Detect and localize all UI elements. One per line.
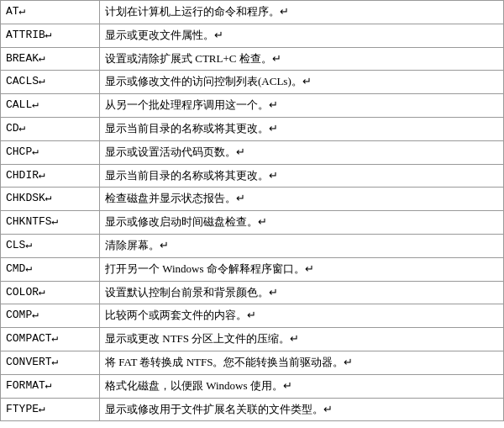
table-row: CHCP↵显示或设置活动代码页数。↵ (1, 140, 504, 164)
table-row: CALL↵从另一个批处理程序调用这一个。↵ (1, 94, 504, 118)
command-table: AT↵计划在计算机上运行的命令和程序。↵ATTRIB↵显示或更改文件属性。↵BR… (0, 0, 504, 421)
command-cell: FTYPE↵ (1, 398, 100, 421)
table-row: CHDIR↵显示当前目录的名称或将其更改。↵ (1, 164, 504, 188)
command-cell: COMP↵ (1, 304, 100, 328)
table-row: COLOR↵设置默认控制台前景和背景颜色。↵ (1, 281, 504, 304)
command-cell: CHDIR↵ (1, 164, 100, 188)
table-row: ATTRIB↵显示或更改文件属性。↵ (1, 24, 504, 47)
command-cell: CACLS↵ (1, 71, 100, 94)
table-row: COMP↵比较两个或两套文件的内容。↵ (1, 304, 504, 328)
table-row: AT↵计划在计算机上运行的命令和程序。↵ (1, 1, 504, 24)
table-row: CACLS↵显示或修改文件的访问控制列表(ACLs)。↵ (1, 71, 504, 94)
description-cell: 比较两个或两套文件的内容。↵ (100, 304, 504, 328)
description-cell: 将 FAT 卷转换成 NTFS。您不能转换当前驱动器。↵ (100, 351, 504, 374)
command-cell: BREAK↵ (1, 47, 100, 71)
description-cell: 设置或清除扩展式 CTRL+C 检查。↵ (100, 47, 504, 71)
description-cell: 清除屏幕。↵ (100, 234, 504, 257)
table-row: CD↵显示当前目录的名称或将其更改。↵ (1, 117, 504, 140)
description-cell: 显示或修改用于文件扩展名关联的文件类型。↵ (100, 398, 504, 421)
command-cell: CHKDSK↵ (1, 188, 100, 211)
command-cell: CALL↵ (1, 94, 100, 118)
description-cell: 显示或设置活动代码页数。↵ (100, 140, 504, 164)
command-cell: COLOR↵ (1, 281, 100, 304)
description-cell: 显示当前目录的名称或将其更改。↵ (100, 117, 504, 140)
table-row: FTYPE↵显示或修改用于文件扩展名关联的文件类型。↵ (1, 398, 504, 421)
command-cell: AT↵ (1, 1, 100, 24)
table-row: COMPACT↵显示或更改 NTFS 分区上文件的压缩。↵ (1, 328, 504, 351)
description-cell: 计划在计算机上运行的命令和程序。↵ (100, 1, 504, 24)
command-cell: CMD↵ (1, 257, 100, 281)
command-cell: CLS↵ (1, 234, 100, 257)
description-cell: 显示或更改 NTFS 分区上文件的压缩。↵ (100, 328, 504, 351)
description-cell: 显示或修改启动时间磁盘检查。↵ (100, 211, 504, 235)
description-cell: 从另一个批处理程序调用这一个。↵ (100, 94, 504, 118)
command-cell: CHCP↵ (1, 140, 100, 164)
table-row: BREAK↵设置或清除扩展式 CTRL+C 检查。↵ (1, 47, 504, 71)
table-row: CHKNTFS↵显示或修改启动时间磁盘检查。↵ (1, 211, 504, 235)
command-cell: CONVERT↵ (1, 351, 100, 374)
description-cell: 检查磁盘并显示状态报告。↵ (100, 188, 504, 211)
description-cell: 显示或修改文件的访问控制列表(ACLs)。↵ (100, 71, 504, 94)
table-row: FORMAT↵格式化磁盘，以便跟 Windows 使用。↵ (1, 374, 504, 398)
command-cell: CD↵ (1, 117, 100, 140)
table-row: CONVERT↵将 FAT 卷转换成 NTFS。您不能转换当前驱动器。↵ (1, 351, 504, 374)
table-row: CLS↵清除屏幕。↵ (1, 234, 504, 257)
command-cell: CHKNTFS↵ (1, 211, 100, 235)
command-cell: FORMAT↵ (1, 374, 100, 398)
command-cell: COMPACT↵ (1, 328, 100, 351)
table-row: CHKDSK↵检查磁盘并显示状态报告。↵ (1, 188, 504, 211)
description-cell: 打开另一个 Windows 命令解释程序窗口。↵ (100, 257, 504, 281)
description-cell: 显示或更改文件属性。↵ (100, 24, 504, 47)
table-row: CMD↵打开另一个 Windows 命令解释程序窗口。↵ (1, 257, 504, 281)
description-cell: 显示当前目录的名称或将其更改。↵ (100, 164, 504, 188)
description-cell: 设置默认控制台前景和背景颜色。↵ (100, 281, 504, 304)
description-cell: 格式化磁盘，以便跟 Windows 使用。↵ (100, 374, 504, 398)
command-cell: ATTRIB↵ (1, 24, 100, 47)
